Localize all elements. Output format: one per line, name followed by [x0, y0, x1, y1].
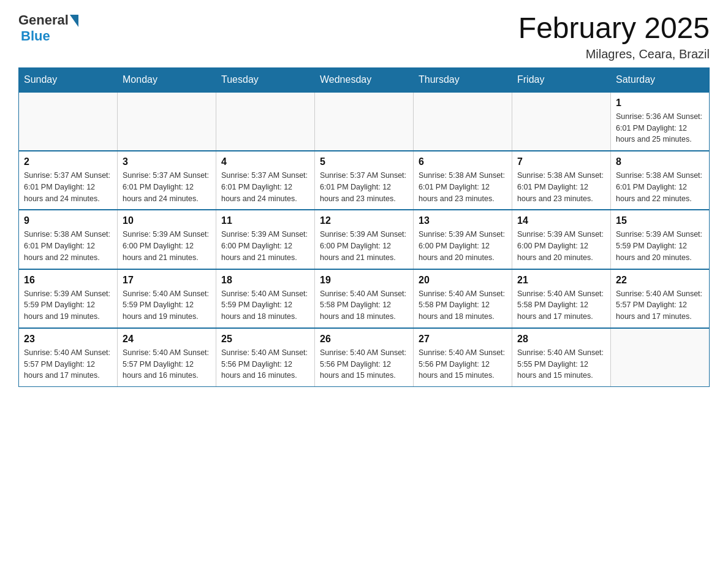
- day-cell: 2Sunrise: 5:37 AM Sunset: 6:01 PM Daylig…: [19, 151, 118, 210]
- day-info: Sunrise: 5:39 AM Sunset: 5:59 PM Dayligh…: [616, 229, 704, 263]
- week-row-4: 16Sunrise: 5:39 AM Sunset: 5:59 PM Dayli…: [19, 269, 710, 328]
- day-cell: [216, 92, 315, 151]
- day-cell: [315, 92, 414, 151]
- day-number: 2: [24, 156, 112, 167]
- day-info: Sunrise: 5:39 AM Sunset: 6:00 PM Dayligh…: [320, 229, 408, 263]
- logo: General Blue: [18, 12, 78, 44]
- day-cell: 16Sunrise: 5:39 AM Sunset: 5:59 PM Dayli…: [19, 269, 118, 328]
- day-cell: 22Sunrise: 5:40 AM Sunset: 5:57 PM Dayli…: [611, 269, 710, 328]
- day-number: 21: [517, 275, 605, 286]
- day-number: 1: [616, 98, 704, 109]
- day-cell: 26Sunrise: 5:40 AM Sunset: 5:56 PM Dayli…: [315, 328, 414, 387]
- location: Milagres, Ceara, Brazil: [518, 47, 710, 61]
- day-info: Sunrise: 5:40 AM Sunset: 5:56 PM Dayligh…: [320, 347, 408, 381]
- day-cell: 15Sunrise: 5:39 AM Sunset: 5:59 PM Dayli…: [611, 210, 710, 269]
- day-number: 22: [616, 275, 704, 286]
- day-number: 10: [123, 215, 211, 226]
- day-number: 26: [320, 334, 408, 345]
- day-info: Sunrise: 5:40 AM Sunset: 5:56 PM Dayligh…: [419, 347, 507, 381]
- day-number: 15: [616, 215, 704, 226]
- header-day-friday: Friday: [512, 67, 611, 92]
- day-cell: 21Sunrise: 5:40 AM Sunset: 5:58 PM Dayli…: [512, 269, 611, 328]
- day-info: Sunrise: 5:40 AM Sunset: 5:55 PM Dayligh…: [517, 347, 605, 381]
- day-number: 17: [123, 275, 211, 286]
- day-info: Sunrise: 5:37 AM Sunset: 6:01 PM Dayligh…: [221, 170, 309, 204]
- day-cell: [118, 92, 216, 151]
- day-cell: 4Sunrise: 5:37 AM Sunset: 6:01 PM Daylig…: [216, 151, 315, 210]
- header-day-monday: Monday: [118, 67, 216, 92]
- day-info: Sunrise: 5:39 AM Sunset: 6:00 PM Dayligh…: [419, 229, 507, 263]
- header-row: SundayMondayTuesdayWednesdayThursdayFrid…: [19, 67, 710, 92]
- day-info: Sunrise: 5:39 AM Sunset: 5:59 PM Dayligh…: [24, 288, 112, 323]
- day-cell: 11Sunrise: 5:39 AM Sunset: 6:00 PM Dayli…: [216, 210, 315, 269]
- week-row-2: 2Sunrise: 5:37 AM Sunset: 6:01 PM Daylig…: [19, 151, 710, 210]
- day-info: Sunrise: 5:39 AM Sunset: 6:00 PM Dayligh…: [123, 229, 211, 263]
- day-info: Sunrise: 5:40 AM Sunset: 5:58 PM Dayligh…: [320, 288, 408, 323]
- day-info: Sunrise: 5:40 AM Sunset: 5:57 PM Dayligh…: [24, 347, 112, 381]
- header-day-sunday: Sunday: [19, 67, 118, 92]
- day-number: 24: [123, 334, 211, 345]
- day-number: 12: [320, 215, 408, 226]
- day-cell: 9Sunrise: 5:38 AM Sunset: 6:01 PM Daylig…: [19, 210, 118, 269]
- week-row-5: 23Sunrise: 5:40 AM Sunset: 5:57 PM Dayli…: [19, 328, 710, 387]
- day-number: 20: [419, 275, 507, 286]
- day-info: Sunrise: 5:38 AM Sunset: 6:01 PM Dayligh…: [616, 170, 704, 204]
- day-info: Sunrise: 5:40 AM Sunset: 5:56 PM Dayligh…: [221, 347, 309, 381]
- day-cell: [512, 92, 611, 151]
- header-day-saturday: Saturday: [611, 67, 710, 92]
- week-row-1: 1Sunrise: 5:36 AM Sunset: 6:01 PM Daylig…: [19, 92, 710, 151]
- day-cell: 27Sunrise: 5:40 AM Sunset: 5:56 PM Dayli…: [414, 328, 512, 387]
- header-day-thursday: Thursday: [414, 67, 512, 92]
- day-number: 14: [517, 215, 605, 226]
- day-info: Sunrise: 5:38 AM Sunset: 6:01 PM Dayligh…: [24, 229, 112, 263]
- day-cell: [611, 328, 710, 387]
- header-day-wednesday: Wednesday: [315, 67, 414, 92]
- day-number: 8: [616, 156, 704, 167]
- logo-blue-text: Blue: [21, 28, 50, 44]
- day-number: 23: [24, 334, 112, 345]
- title-section: February 2025 Milagres, Ceara, Brazil: [518, 12, 710, 61]
- day-number: 6: [419, 156, 507, 167]
- day-number: 13: [419, 215, 507, 226]
- day-info: Sunrise: 5:40 AM Sunset: 5:58 PM Dayligh…: [419, 288, 507, 323]
- week-row-3: 9Sunrise: 5:38 AM Sunset: 6:01 PM Daylig…: [19, 210, 710, 269]
- day-cell: 13Sunrise: 5:39 AM Sunset: 6:00 PM Dayli…: [414, 210, 512, 269]
- day-cell: 28Sunrise: 5:40 AM Sunset: 5:55 PM Dayli…: [512, 328, 611, 387]
- day-number: 27: [419, 334, 507, 345]
- calendar-table: SundayMondayTuesdayWednesdayThursdayFrid…: [18, 67, 710, 387]
- day-cell: 18Sunrise: 5:40 AM Sunset: 5:59 PM Dayli…: [216, 269, 315, 328]
- day-cell: 1Sunrise: 5:36 AM Sunset: 6:01 PM Daylig…: [611, 92, 710, 151]
- day-number: 19: [320, 275, 408, 286]
- logo-arrow-icon: [70, 15, 78, 27]
- day-cell: [19, 92, 118, 151]
- day-cell: 10Sunrise: 5:39 AM Sunset: 6:00 PM Dayli…: [118, 210, 216, 269]
- day-cell: 3Sunrise: 5:37 AM Sunset: 6:01 PM Daylig…: [118, 151, 216, 210]
- day-number: 25: [221, 334, 309, 345]
- day-info: Sunrise: 5:40 AM Sunset: 5:58 PM Dayligh…: [517, 288, 605, 323]
- day-cell: 25Sunrise: 5:40 AM Sunset: 5:56 PM Dayli…: [216, 328, 315, 387]
- day-cell: [414, 92, 512, 151]
- day-info: Sunrise: 5:37 AM Sunset: 6:01 PM Dayligh…: [24, 170, 112, 204]
- day-cell: 17Sunrise: 5:40 AM Sunset: 5:59 PM Dayli…: [118, 269, 216, 328]
- calendar-header: SundayMondayTuesdayWednesdayThursdayFrid…: [19, 67, 710, 92]
- day-number: 11: [221, 215, 309, 226]
- day-cell: 8Sunrise: 5:38 AM Sunset: 6:01 PM Daylig…: [611, 151, 710, 210]
- day-info: Sunrise: 5:37 AM Sunset: 6:01 PM Dayligh…: [320, 170, 408, 204]
- day-number: 7: [517, 156, 605, 167]
- day-cell: 24Sunrise: 5:40 AM Sunset: 5:57 PM Dayli…: [118, 328, 216, 387]
- page-header: General Blue February 2025 Milagres, Cea…: [18, 12, 710, 61]
- day-cell: 20Sunrise: 5:40 AM Sunset: 5:58 PM Dayli…: [414, 269, 512, 328]
- day-info: Sunrise: 5:40 AM Sunset: 5:57 PM Dayligh…: [123, 347, 211, 381]
- day-cell: 23Sunrise: 5:40 AM Sunset: 5:57 PM Dayli…: [19, 328, 118, 387]
- day-info: Sunrise: 5:38 AM Sunset: 6:01 PM Dayligh…: [419, 170, 507, 204]
- day-info: Sunrise: 5:40 AM Sunset: 5:57 PM Dayligh…: [616, 288, 704, 323]
- day-info: Sunrise: 5:37 AM Sunset: 6:01 PM Dayligh…: [123, 170, 211, 204]
- calendar-body: 1Sunrise: 5:36 AM Sunset: 6:01 PM Daylig…: [19, 92, 710, 387]
- day-cell: 12Sunrise: 5:39 AM Sunset: 6:00 PM Dayli…: [315, 210, 414, 269]
- day-number: 18: [221, 275, 309, 286]
- day-info: Sunrise: 5:40 AM Sunset: 5:59 PM Dayligh…: [123, 288, 211, 323]
- day-cell: 5Sunrise: 5:37 AM Sunset: 6:01 PM Daylig…: [315, 151, 414, 210]
- day-info: Sunrise: 5:39 AM Sunset: 6:00 PM Dayligh…: [221, 229, 309, 263]
- day-cell: 6Sunrise: 5:38 AM Sunset: 6:01 PM Daylig…: [414, 151, 512, 210]
- day-cell: 7Sunrise: 5:38 AM Sunset: 6:01 PM Daylig…: [512, 151, 611, 210]
